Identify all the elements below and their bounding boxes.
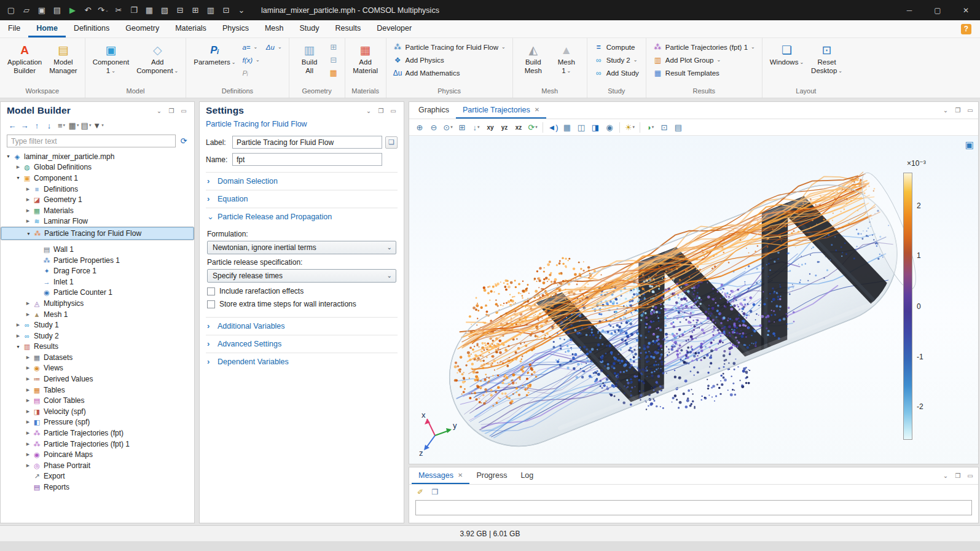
tree-filter-input[interactable] <box>7 135 176 147</box>
definitions-a-button[interactable]: a=⌄ <box>240 41 262 53</box>
section-advanced-settings[interactable]: › Advanced Settings <box>206 335 398 353</box>
add-plot-group-button[interactable]: ▥Add Plot Group⌄ <box>651 53 758 66</box>
tree-item-materials[interactable]: ▶▦Materials <box>1 205 194 216</box>
qat-open-file-button[interactable]: ▱ <box>19 2 34 18</box>
scene-light-button[interactable]: ☀▾ <box>623 120 637 134</box>
tree-item-results[interactable]: ▼▥Results <box>1 342 194 353</box>
copy-text-button[interactable]: ❐ <box>429 486 441 498</box>
snapshot-button[interactable]: ⊡ <box>657 120 671 134</box>
tree-item-particle-tracing-for-fluid-flow[interactable]: ▼⁂Particle Tracing for Fluid Flow <box>1 227 194 240</box>
compute-button[interactable]: =Compute <box>592 41 641 53</box>
qat-customize-toolbar-button[interactable]: ⌄ <box>234 2 249 18</box>
tree-item-phase-portrait[interactable]: ▶◎Phase Portrait <box>1 460 194 471</box>
close-button[interactable]: ✕ <box>952 0 980 20</box>
qat-save-as-button[interactable]: ▤ <box>50 2 65 18</box>
tree-item-global-definitions[interactable]: ▶◍Global Definitions <box>1 162 194 173</box>
tree-item-pressure-spf-[interactable]: ▶◧Pressure (spf) <box>1 417 194 428</box>
add-mathematics-button[interactable]: ΔuAdd Mathematics <box>391 66 508 79</box>
qat-delete-button[interactable]: ⊟ <box>173 2 187 18</box>
rename-label-button[interactable]: ❏ <box>385 136 398 149</box>
collapse-icon[interactable]: ▼ <box>14 345 22 349</box>
particle-trajectories-fpt-1-button[interactable]: ⁂Particle Trajectories (fpt) 1⌄ <box>651 41 758 53</box>
tree-item-definitions[interactable]: ▶≡Definitions <box>1 184 194 195</box>
add-physics-button[interactable]: ❖Add Physics <box>391 53 508 66</box>
add-component-button[interactable]: ◇ Add Component⌄ <box>133 41 181 76</box>
qat-duplicate-button[interactable]: ▧ <box>157 2 172 18</box>
qat-undo-button[interactable]: ↶ <box>80 2 95 18</box>
expand-icon[interactable]: ▶ <box>24 431 32 436</box>
clear-log-button[interactable]: ✐ <box>414 486 426 498</box>
qat-new-file-button[interactable]: ▢ <box>4 2 18 18</box>
tree-item-study-1[interactable]: ▶∞Study 1 <box>1 319 194 330</box>
panel-options-button[interactable]: ▭ <box>965 471 976 482</box>
import-geometry-button[interactable]: ⊞ <box>327 41 340 53</box>
section-particle-release[interactable]: ⌄ Particle Release and Propagation <box>206 208 398 225</box>
rarefaction-checkbox[interactable]: Include rarefaction effects <box>207 287 396 295</box>
result-templates-button[interactable]: ▦Result Templates <box>651 66 758 79</box>
expand-icon[interactable]: ▶ <box>24 420 32 424</box>
expand-icon[interactable]: ▶ <box>14 322 22 327</box>
expand-icon[interactable]: ▶ <box>24 187 32 192</box>
tree-item-tables[interactable]: ▶▦Tables <box>1 385 194 396</box>
tree-item-particle-counter-1[interactable]: ◉Particle Counter 1 <box>1 287 194 299</box>
expand-icon[interactable]: ▶ <box>24 208 32 213</box>
help-icon[interactable]: ? <box>961 24 971 34</box>
windows-button[interactable]: ❏ Windows⌄ <box>767 41 807 68</box>
menu-tab-home[interactable]: Home <box>28 20 66 37</box>
expand-icon[interactable]: ▶ <box>24 377 32 381</box>
tree-item-mesh-1[interactable]: ▶▲Mesh 1 <box>1 309 194 320</box>
tree-item-geometry-1[interactable]: ▶◪Geometry 1 <box>1 194 194 205</box>
section-additional-variables[interactable]: › Additional Variables <box>206 317 398 335</box>
lock-axes-button[interactable]: ◉ <box>603 120 616 134</box>
view-xz-button[interactable]: xz <box>512 120 525 134</box>
menu-tab-developer[interactable]: Developer <box>369 20 420 37</box>
refresh-icon[interactable]: ⟳ <box>178 136 189 146</box>
tab-graphics[interactable]: Graphics <box>412 102 456 119</box>
collapse-expand-button[interactable]: ▦▾ <box>68 119 79 131</box>
expand-icon[interactable]: ▶ <box>24 463 32 468</box>
qat-compute-quick-button[interactable]: ▥ <box>203 2 218 18</box>
section-equation[interactable]: › Equation <box>206 190 398 208</box>
tree-item-drag-force-1[interactable]: ✦Drag Force 1 <box>1 265 194 276</box>
add-material-button[interactable]: ▦ Add Material <box>350 41 382 76</box>
zoom-box-button[interactable]: ⊙▾ <box>441 120 455 134</box>
collapse-icon[interactable]: ▼ <box>25 232 33 236</box>
tree-item-wall-1[interactable]: ▤Wall 1 <box>1 244 194 255</box>
plot-in-table-button[interactable]: ◫ <box>574 120 588 134</box>
float-panel-button[interactable]: ❐ <box>952 471 963 482</box>
tree-item-export[interactable]: ↗Export <box>1 471 194 482</box>
expand-icon[interactable]: ▶ <box>24 398 32 403</box>
tree-item-velocity-spf-[interactable]: ▶◨Velocity (spf) <box>1 406 194 417</box>
release-spec-select[interactable]: Specify release times ⌄ <box>207 269 396 283</box>
section-domain-selection[interactable]: › Domain Selection <box>206 172 398 190</box>
tree-item-component-1[interactable]: ▼▣Component 1 <box>1 173 194 184</box>
virtual-operations-button[interactable]: ▦ <box>327 66 340 79</box>
menu-tab-file[interactable]: File <box>0 20 28 37</box>
qat-cut-button[interactable]: ✂ <box>111 2 126 18</box>
definitions-fx-button[interactable]: f(x)⌄ <box>240 53 262 66</box>
panel-options-button[interactable]: ▭ <box>965 105 976 116</box>
tree-item-views[interactable]: ▶◉Views <box>1 363 194 374</box>
minimize-button[interactable]: ─ <box>895 0 923 20</box>
tab-messages[interactable]: Messages✕ <box>412 467 469 484</box>
reset-desktop-button[interactable]: ⊡ Reset Desktop⌄ <box>808 41 845 76</box>
menu-tab-geometry[interactable]: Geometry <box>117 20 167 37</box>
expand-icon[interactable]: ▶ <box>24 365 32 370</box>
collapse-icon[interactable]: ▼ <box>14 176 22 180</box>
expand-icon[interactable]: ▶ <box>24 409 32 414</box>
menu-tab-study[interactable]: Study <box>292 20 327 37</box>
expand-icon[interactable]: ▶ <box>14 334 22 338</box>
tree-item-particle-trajectories-fpt-[interactable]: ▶⁂Particle Trajectories (fpt) <box>1 428 194 439</box>
expand-icon[interactable]: ▶ <box>24 219 32 224</box>
extra-time-steps-checkbox[interactable]: Store extra time steps for wall interact… <box>207 300 396 308</box>
menu-tab-definitions[interactable]: Definitions <box>66 20 117 37</box>
menu-tab-mesh[interactable]: Mesh <box>257 20 292 37</box>
filter-button[interactable]: ▼▾ <box>93 119 104 131</box>
tree-item-reports[interactable]: ▤Reports <box>1 482 194 493</box>
tree-item-laminar-mixer-particle-mph[interactable]: ▼◈laminar_mixer_particle.mph <box>1 151 194 162</box>
formulation-select[interactable]: Newtonian, ignore inertial terms ⌄ <box>207 241 396 254</box>
tree-item-poincar-maps[interactable]: ▶◉Poincaré Maps <box>1 449 194 460</box>
rotate-view-button[interactable]: ⟳▾ <box>526 120 539 134</box>
split-view-button[interactable]: ◨ <box>589 120 602 134</box>
particle-tracing-for-fluid-flow-button[interactable]: ⁂Particle Tracing for Fluid Flow⌄ <box>391 41 508 53</box>
